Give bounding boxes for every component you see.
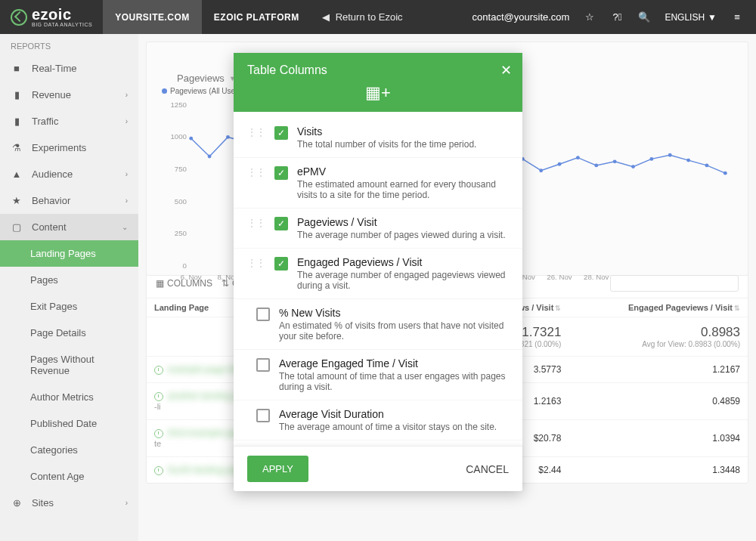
cancel-button[interactable]: CANCEL xyxy=(466,463,509,475)
drag-handle-icon[interactable]: ⋮⋮ xyxy=(247,125,265,138)
column-title: Pageviews / Visit xyxy=(297,216,509,228)
table-columns-modal: Table Columns ✕ ▦+ ⋮⋮ ✓ Visits The total… xyxy=(234,53,522,491)
column-option[interactable]: Average Visit Duration The average amoun… xyxy=(234,400,522,441)
apply-button[interactable]: APPLY xyxy=(247,456,308,482)
modal-body: ⋮⋮ ✓ Visits The total number of visits f… xyxy=(234,112,522,446)
column-desc: The average number of pages viewed durin… xyxy=(297,230,509,240)
modal-title: Table Columns xyxy=(247,63,509,77)
column-option[interactable]: ⋮⋮ ✓ Engaged Pageviews / Visit The avera… xyxy=(234,249,522,299)
modal-header: Table Columns ✕ ▦+ xyxy=(234,53,522,112)
checkbox[interactable]: ✓ xyxy=(274,257,288,270)
column-title: ePMV xyxy=(297,165,509,178)
column-desc: The estimated amount earned for every th… xyxy=(297,179,509,200)
column-desc: The total number of visits for the time … xyxy=(297,139,509,150)
modal-footer: APPLY CANCEL xyxy=(234,446,522,491)
columns-add-icon: ▦+ xyxy=(247,77,509,103)
checkbox[interactable] xyxy=(256,358,270,372)
checkbox[interactable]: ✓ xyxy=(274,217,288,230)
column-title: Average Visit Duration xyxy=(279,408,509,420)
drag-handle-icon[interactable]: ⋮⋮ xyxy=(247,165,265,178)
column-option[interactable]: % New Visits An estimated % of visits fr… xyxy=(234,299,522,350)
column-desc: The total amount of time that a user eng… xyxy=(279,371,509,392)
column-desc: The average amount of time a visitor sta… xyxy=(279,422,509,432)
checkbox[interactable] xyxy=(256,308,270,321)
column-option[interactable]: ⋮⋮ ✓ Pageviews / Visit The average numbe… xyxy=(234,209,522,249)
column-title: Engaged Pageviews / Visit xyxy=(297,256,509,268)
column-desc: The average number of engaged pageviews … xyxy=(297,270,509,291)
modal-overlay: Table Columns ✕ ▦+ ⋮⋮ ✓ Visits The total… xyxy=(0,0,756,541)
column-option[interactable]: ⋮⋮ ✓ ePMV The estimated amount earned fo… xyxy=(234,158,522,209)
checkbox[interactable]: ✓ xyxy=(274,126,288,140)
checkbox[interactable] xyxy=(256,409,270,422)
drag-handle-icon[interactable]: ⋮⋮ xyxy=(247,216,265,228)
column-option[interactable]: Average Word Count The average number of… xyxy=(234,441,522,446)
column-option[interactable]: Average Engaged Time / Visit The total a… xyxy=(234,350,522,400)
column-title: Average Engaged Time / Visit xyxy=(279,357,509,369)
column-desc: An estimated % of visits from users that… xyxy=(279,320,509,342)
column-title: % New Visits xyxy=(279,307,509,319)
drag-handle-icon[interactable]: ⋮⋮ xyxy=(247,256,265,268)
close-icon[interactable]: ✕ xyxy=(500,62,512,79)
column-title: Visits xyxy=(297,125,509,138)
checkbox[interactable]: ✓ xyxy=(274,166,288,180)
column-option[interactable]: ⋮⋮ ✓ Visits The total number of visits f… xyxy=(234,118,522,158)
